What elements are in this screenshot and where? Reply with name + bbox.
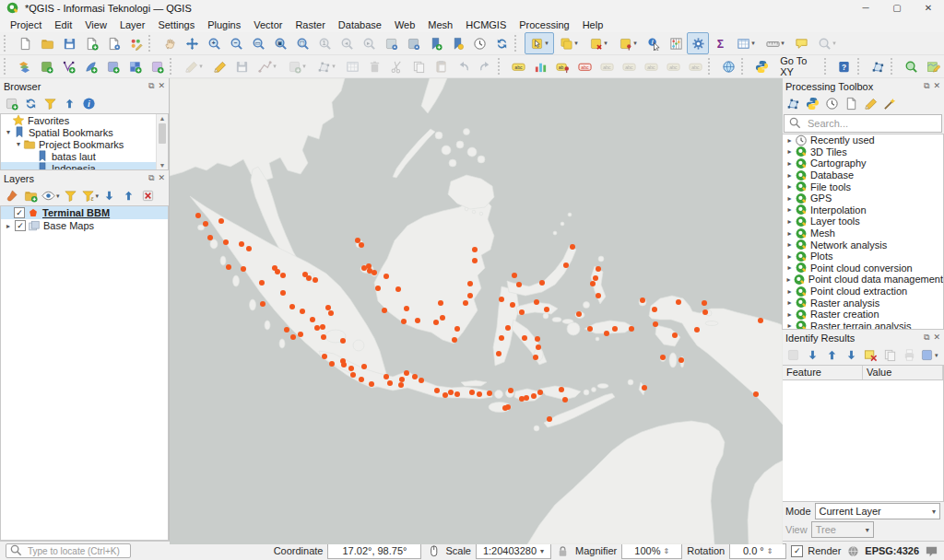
epsg-status[interactable]: EPSG:4326 — [865, 545, 919, 556]
expand-arrow-icon[interactable]: ▸ — [785, 229, 795, 238]
zoom-to-layer-icon[interactable]: ▢ — [291, 32, 313, 54]
browser-item-favorites[interactable]: Favorites — [1, 114, 168, 126]
expand-arrow-icon[interactable]: ▸ — [785, 136, 795, 145]
copy-features-icon[interactable] — [407, 55, 430, 77]
history-icon[interactable] — [822, 94, 842, 113]
identify-form-icon[interactable] — [784, 345, 803, 365]
messages-icon[interactable] — [924, 543, 938, 558]
close-panel-icon[interactable]: ✕ — [158, 81, 165, 91]
close-panel-icon[interactable]: ✕ — [933, 81, 940, 91]
new-shapefile-layer-icon[interactable] — [57, 55, 79, 77]
menu-item[interactable]: Project — [4, 18, 48, 31]
new-spatial-bookmark-icon[interactable] — [424, 32, 446, 54]
toolbar-overflow-icon[interactable]: » — [939, 345, 944, 365]
expand-arrow-icon[interactable]: ▸ — [785, 171, 795, 180]
paste-features-icon[interactable] — [430, 55, 452, 77]
layout-manager-icon[interactable] — [102, 32, 124, 54]
close-panel-icon[interactable]: ✕ — [158, 173, 165, 183]
expand-arrow-icon[interactable]: ▾ — [14, 140, 23, 148]
zoom-native-icon[interactable]: 1 — [313, 32, 336, 54]
models-icon[interactable] — [784, 94, 803, 113]
rotation-spinner[interactable]: 0.0 ° — [729, 543, 786, 559]
nominatim-search-icon[interactable] — [812, 32, 842, 54]
zoom-full-icon[interactable]: ▭ — [247, 32, 269, 54]
zoom-last-icon[interactable]: ◂ — [336, 32, 358, 54]
clear-results-icon[interactable] — [861, 345, 880, 365]
magnifier-spinner[interactable]: 100% — [621, 543, 682, 559]
rotate-label-icon[interactable]: abc — [618, 55, 640, 77]
zoom-in-icon[interactable]: + — [203, 32, 225, 54]
goto-xy-button[interactable]: Go To XY — [774, 57, 820, 76]
modify-attributes-icon[interactable] — [341, 55, 363, 77]
manage-map-themes-icon[interactable] — [41, 186, 61, 205]
toolbar-handle[interactable] — [4, 58, 9, 75]
select-features-icon[interactable] — [525, 32, 554, 54]
expand-arrow-icon[interactable]: ▸ — [785, 205, 795, 214]
toolbar-handle[interactable] — [824, 58, 830, 75]
open-layer-styling-icon[interactable] — [2, 186, 21, 205]
results-viewer-icon[interactable] — [842, 94, 861, 113]
undock-panel-icon[interactable]: ⧉ — [924, 332, 929, 343]
menu-item[interactable]: Processing — [513, 18, 575, 31]
vertex-tool-icon[interactable] — [312, 55, 341, 77]
filter-by-expression-icon[interactable]: ε — [80, 186, 100, 205]
data-source-manager-icon[interactable] — [13, 55, 35, 77]
undock-panel-icon[interactable]: ⧉ — [924, 81, 929, 91]
style-manager-icon[interactable] — [124, 32, 147, 54]
layer-visibility-checkbox[interactable]: ✓ — [14, 207, 25, 218]
digitize-line-icon[interactable] — [253, 55, 282, 77]
add-record-icon[interactable] — [282, 55, 312, 77]
new-geopackage-layer-icon[interactable] — [35, 55, 57, 77]
processing-group-item[interactable]: ▸ Point cloud conversion — [783, 262, 943, 274]
field-calculator-icon[interactable] — [665, 32, 687, 54]
menu-item[interactable]: Help — [576, 18, 610, 31]
new-project-icon[interactable] — [14, 32, 36, 54]
new-print-layout-icon[interactable] — [80, 32, 102, 54]
toolbar-handle[interactable] — [514, 35, 521, 52]
locator-input[interactable] — [26, 545, 151, 557]
copy-feature-icon[interactable] — [880, 345, 900, 365]
curved-label-icon[interactable]: abc — [684, 55, 706, 77]
deselect-features-icon[interactable] — [554, 32, 584, 54]
layer-item-terminal-bbm[interactable]: ✓ Terminal BBM — [1, 206, 168, 219]
maximize-button[interactable]: ▢ — [881, 0, 913, 17]
current-edits-icon[interactable] — [179, 55, 208, 77]
browser-item-batas-laut[interactable]: batas laut — [1, 150, 168, 162]
save-edits-icon[interactable] — [230, 55, 253, 77]
search-layers-icon[interactable] — [900, 55, 922, 77]
browser-scrollbar[interactable]: ▲▼ — [156, 114, 168, 169]
undock-panel-icon[interactable]: ⧉ — [148, 81, 154, 91]
column-header-feature[interactable]: Feature — [783, 366, 863, 379]
new-virtual-layer-icon[interactable] — [146, 55, 168, 77]
expand-arrow-icon[interactable]: ▸ — [785, 147, 795, 156]
options-icon[interactable] — [880, 94, 900, 113]
open-project-icon[interactable] — [36, 32, 58, 54]
new-spatialite-layer-icon[interactable] — [79, 55, 101, 77]
delete-selected-icon[interactable] — [363, 55, 385, 77]
pan-to-selection-icon[interactable] — [181, 32, 203, 54]
identify-mode-select[interactable]: Current Layer — [815, 503, 940, 519]
cut-features-icon[interactable] — [385, 55, 407, 77]
pan-map-icon[interactable] — [159, 32, 181, 54]
toolbar-handle[interactable] — [708, 58, 714, 75]
menu-item[interactable]: Layer — [113, 18, 152, 31]
map-tips-icon[interactable] — [790, 32, 812, 54]
properties-widget-icon[interactable]: i — [79, 94, 99, 113]
help-contents-icon[interactable]: ? — [833, 55, 856, 77]
expand-arrow-icon[interactable]: ▸ — [785, 287, 795, 296]
menu-item[interactable]: Mesh — [421, 18, 459, 31]
osm-place-search-icon[interactable] — [717, 55, 739, 77]
filter-browser-icon[interactable] — [41, 94, 60, 113]
expand-arrow-icon[interactable]: ▸ — [4, 222, 13, 230]
refresh-map-icon[interactable] — [490, 32, 513, 54]
collapse-tree-icon[interactable] — [822, 345, 842, 365]
add-group-icon[interactable] — [21, 186, 41, 205]
expand-all-icon[interactable] — [100, 186, 119, 205]
collapse-all-icon[interactable] — [119, 186, 138, 205]
lock-scale-icon[interactable] — [556, 543, 571, 558]
zoom-out-icon[interactable]: − — [225, 32, 247, 54]
new-mesh-layer-icon[interactable] — [101, 55, 124, 77]
processing-search-input[interactable] — [806, 117, 940, 130]
print-response-icon[interactable] — [900, 345, 919, 365]
new-3d-map-view-icon[interactable] — [402, 32, 424, 54]
